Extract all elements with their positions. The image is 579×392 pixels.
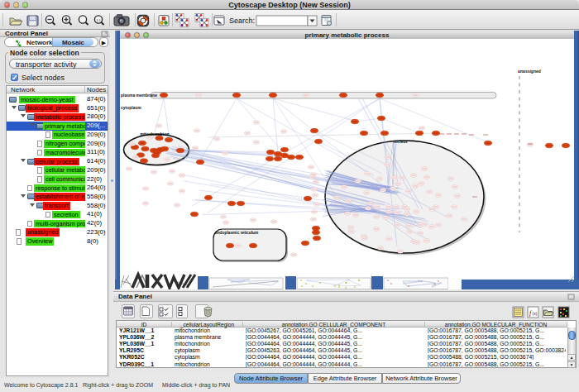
svg-text:plasma membrane: plasma membrane — [121, 93, 157, 98]
svg-text:Search:: Search: — [229, 17, 255, 25]
svg-text:nucleus: nucleus — [393, 140, 408, 144]
svg-text:(x): (x) — [533, 311, 538, 316]
svg-text:endoplasmic reticulum: endoplasmic reticulum — [215, 231, 258, 235]
svg-text:1:1: 1:1 — [96, 18, 101, 22]
svg-text:unassigned: unassigned — [518, 69, 541, 74]
svg-text:cytoplasm: cytoplasm — [121, 105, 141, 110]
svg-text:mitochondrion: mitochondrion — [141, 131, 170, 136]
